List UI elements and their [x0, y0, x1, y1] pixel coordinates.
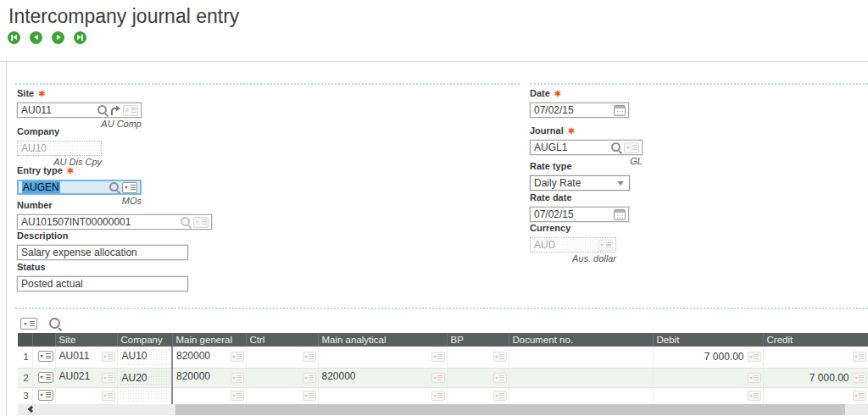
scrollbar-thumb[interactable] [175, 404, 845, 415]
site-label: Site [17, 88, 142, 98]
col-header-main-analytical[interactable]: Main analytical [318, 333, 447, 347]
calendar-icon[interactable] [614, 209, 626, 220]
search-icon[interactable] [180, 216, 192, 228]
company-field-group: Company AU10 AU Dis Cpy [17, 126, 102, 167]
entry-type-label: Entry type [17, 165, 142, 175]
cell-debit[interactable] [653, 368, 763, 387]
description-field-group: Description Salary expense allocation [17, 230, 188, 260]
cell-document-no[interactable] [509, 387, 653, 404]
cell-credit[interactable]: 7 000.00 [763, 368, 868, 387]
goto-detail-icon[interactable] [110, 105, 121, 116]
cell-main-analytical[interactable]: 820000 [318, 368, 447, 387]
currency-field-group: Currency AUD Aus. dollar [530, 223, 616, 263]
cell-main-general[interactable] [172, 387, 246, 404]
cell-bp[interactable] [447, 387, 509, 404]
col-header-ctrl[interactable]: Ctrl [246, 333, 318, 347]
selection-icon [748, 352, 761, 362]
selection-icon [231, 373, 244, 383]
cell-document-no[interactable] [509, 368, 653, 387]
number-input[interactable]: AU101507INT00000001 [17, 214, 212, 230]
cell-credit[interactable] [763, 347, 868, 368]
first-record-icon[interactable] [8, 31, 20, 44]
selection-icon[interactable] [122, 182, 137, 193]
search-icon[interactable] [108, 181, 120, 193]
selection-icon [624, 142, 639, 153]
number-field-group: Number AU101507INT00000001 [17, 200, 212, 230]
cell-company: AU10 [117, 347, 172, 368]
panel-left-border [6, 61, 7, 416]
col-header-bp[interactable]: BP [447, 333, 509, 347]
cell-site[interactable]: AU021 [55, 368, 117, 387]
rate-type-select[interactable]: Daily Rate [530, 175, 630, 191]
cell-main-general[interactable]: 820000 [172, 368, 246, 387]
row-number: 1 [18, 347, 32, 368]
col-header-company[interactable]: Company [117, 333, 172, 347]
selection-icon [853, 373, 866, 383]
search-icon[interactable] [48, 317, 62, 330]
selection-icon [493, 352, 507, 362]
cell-site[interactable]: AU011 [55, 347, 117, 368]
col-header-main-general[interactable]: Main general [172, 333, 246, 347]
col-header-site[interactable]: Site [55, 333, 117, 347]
cell-ctrl[interactable] [246, 347, 318, 368]
section-separator [15, 308, 868, 309]
row-actions-icon[interactable] [38, 372, 53, 383]
rate-date-field-group: Rate date 07/02/15 [530, 192, 629, 222]
row-actions-icon[interactable] [38, 390, 53, 401]
scroll-left-icon[interactable] [28, 406, 35, 413]
calendar-icon[interactable] [614, 105, 626, 116]
currency-hint: Aus. dollar [530, 253, 616, 263]
journal-input[interactable]: AUGL1 [530, 140, 643, 155]
cell-bp[interactable] [447, 368, 509, 387]
date-label: Date [530, 88, 629, 98]
row-number: 3 [18, 387, 32, 404]
selection-list-icon[interactable] [20, 318, 37, 330]
selection-icon [303, 373, 316, 383]
cell-debit[interactable] [653, 387, 763, 404]
selection-icon [231, 391, 244, 401]
selection-icon [123, 105, 138, 116]
cell-bp[interactable] [447, 347, 509, 368]
site-input[interactable]: AU011 [17, 103, 142, 118]
row-actions-icon[interactable] [38, 351, 53, 362]
entry-type-input[interactable]: AUGEN [17, 180, 142, 195]
table-row: 2 AU021 AU20 820000 820000 7 000.00 [18, 368, 868, 387]
status-input[interactable]: Posted actual [17, 276, 188, 291]
col-header-document-no[interactable]: Document no. [509, 333, 653, 347]
rate-type-field-group: Rate type Daily Rate [530, 161, 630, 191]
selection-icon [431, 391, 445, 401]
next-record-icon[interactable] [52, 31, 64, 44]
cell-debit[interactable]: 7 000.00 [653, 347, 763, 368]
cell-company: AU20 [117, 368, 172, 387]
last-record-icon[interactable] [74, 31, 86, 44]
cell-company [117, 387, 172, 404]
horizontal-scrollbar[interactable] [18, 404, 868, 415]
dropdown-arrow-icon [617, 181, 624, 189]
cell-main-general[interactable]: 820000 [172, 347, 246, 368]
cell-credit[interactable] [763, 387, 868, 404]
selection-icon [748, 373, 761, 383]
currency-input: AUD [530, 237, 616, 252]
section-separator [15, 83, 520, 85]
description-input[interactable]: Salary expense allocation [17, 245, 188, 260]
journal-label: Journal [530, 125, 643, 136]
cell-ctrl[interactable] [246, 387, 318, 404]
col-header-credit[interactable]: Credit [763, 333, 868, 347]
cell-site[interactable] [55, 387, 117, 404]
table-row: 3 [18, 387, 868, 404]
status-label: Status [17, 262, 188, 272]
previous-record-icon[interactable] [30, 31, 42, 44]
rate-date-input[interactable]: 07/02/15 [530, 207, 629, 222]
number-label: Number [17, 200, 212, 210]
col-header-debit[interactable]: Debit [653, 333, 763, 347]
cell-ctrl[interactable] [246, 368, 318, 387]
cell-main-analytical[interactable] [318, 387, 447, 404]
journal-lines-grid: Site Company Main general Ctrl Main anal… [18, 317, 868, 405]
search-icon[interactable] [610, 141, 622, 153]
search-icon[interactable] [97, 104, 108, 116]
cell-document-no[interactable] [509, 347, 653, 368]
date-input[interactable]: 07/02/15 [530, 103, 629, 118]
company-label: Company [17, 126, 102, 136]
cell-main-analytical[interactable] [318, 347, 447, 368]
selection-icon [303, 352, 316, 362]
